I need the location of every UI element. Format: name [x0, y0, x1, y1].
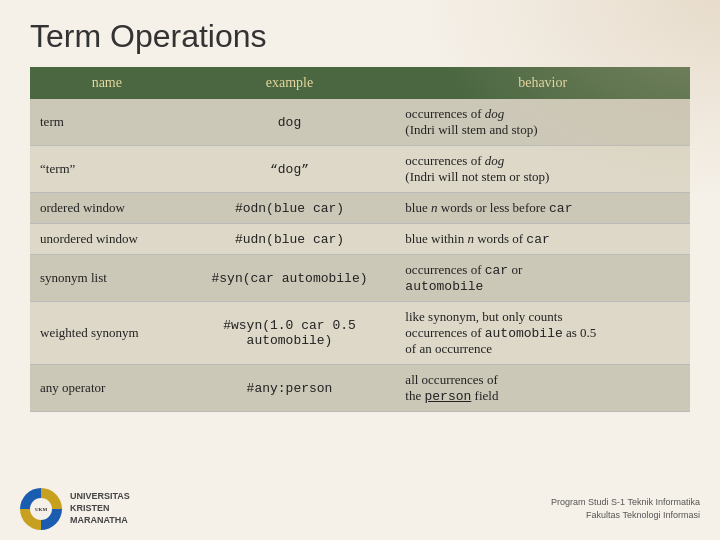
table-row: any operator#any:personall occurrences o… — [30, 365, 690, 412]
logo-icon: UKM — [20, 488, 62, 530]
term-operations-table: name example behavior termdogoccurrences… — [30, 67, 690, 412]
table-row: termdogoccurrences of dog(Indri will ste… — [30, 99, 690, 146]
cell-name: any operator — [30, 365, 184, 412]
page-title: Term Operations — [0, 0, 720, 67]
table-row: synonym list#syn(car automobile)occurren… — [30, 255, 690, 302]
col-header-behavior: behavior — [395, 67, 690, 99]
cell-behavior: blue within n words of car — [395, 224, 690, 255]
cell-behavior: occurrences of car orautomobile — [395, 255, 690, 302]
footer: UKM UNIVERSITAS KRISTEN MARANATHA Progra… — [0, 488, 720, 530]
table-row: weighted synonym#wsyn(1.0 car 0.5automob… — [30, 302, 690, 365]
cell-example: “dog” — [184, 146, 396, 193]
cell-example: #syn(car automobile) — [184, 255, 396, 302]
table-row: “term”“dog”occurrences of dog(Indri will… — [30, 146, 690, 193]
footer-right: Program Studi S-1 Teknik Informatika Fak… — [551, 496, 700, 523]
cell-example: dog — [184, 99, 396, 146]
logo-inner: UKM — [30, 498, 52, 520]
col-header-name: name — [30, 67, 184, 99]
cell-behavior: like synonym, but only countsoccurrences… — [395, 302, 690, 365]
cell-example: #udn(blue car) — [184, 224, 396, 255]
cell-name: “term” — [30, 146, 184, 193]
logo-area: UKM UNIVERSITAS KRISTEN MARANATHA — [20, 488, 130, 530]
footer-line2: Fakultas Teknologi Informasi — [551, 509, 700, 523]
table-container: name example behavior termdogoccurrences… — [30, 67, 690, 412]
table-row: ordered window#odn(blue car)blue n words… — [30, 193, 690, 224]
cell-name: ordered window — [30, 193, 184, 224]
footer-line1: Program Studi S-1 Teknik Informatika — [551, 496, 700, 510]
cell-name: unordered window — [30, 224, 184, 255]
cell-name: weighted synonym — [30, 302, 184, 365]
logo-text: UNIVERSITAS KRISTEN MARANATHA — [70, 491, 130, 526]
cell-behavior: all occurrences ofthe person field — [395, 365, 690, 412]
cell-name: term — [30, 99, 184, 146]
cell-behavior: blue n words or less before car — [395, 193, 690, 224]
cell-name: synonym list — [30, 255, 184, 302]
cell-example: #any:person — [184, 365, 396, 412]
cell-example: #odn(blue car) — [184, 193, 396, 224]
table-row: unordered window#udn(blue car)blue withi… — [30, 224, 690, 255]
cell-example: #wsyn(1.0 car 0.5automobile) — [184, 302, 396, 365]
cell-behavior: occurrences of dog(Indri will not stem o… — [395, 146, 690, 193]
cell-behavior: occurrences of dog(Indri will stem and s… — [395, 99, 690, 146]
col-header-example: example — [184, 67, 396, 99]
